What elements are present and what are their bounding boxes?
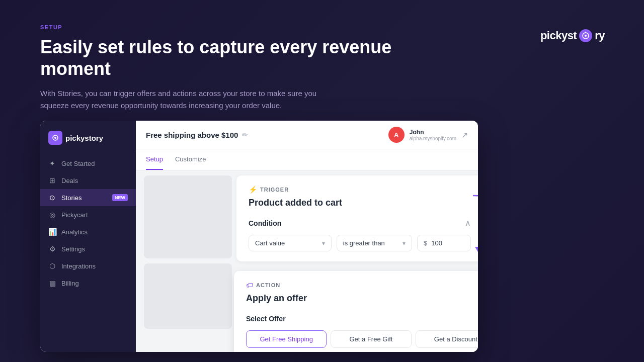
user-store: alpha.myshopify.com xyxy=(410,136,456,141)
lightning-icon: ⚡ xyxy=(249,186,257,194)
sidebar: pickystory ✦ Get Started ⊞ Deals ⊙ Stori… xyxy=(40,121,136,352)
placeholder-area-2 xyxy=(144,263,232,329)
chevron-down-icon: ▾ xyxy=(322,240,325,247)
stories-badge: NEW xyxy=(112,194,128,201)
trigger-label: TRIGGER xyxy=(260,187,289,193)
stories-icon: ⊙ xyxy=(48,194,56,202)
value-field[interactable]: $ 100 xyxy=(417,235,471,251)
integrations-icon: ⬡ xyxy=(48,262,56,270)
billing-icon: ▤ xyxy=(48,279,56,287)
sidebar-item-integrations[interactable]: ⬡ Integrations xyxy=(40,257,136,275)
trigger-card: ⚡ TRIGGER Product added to cart Conditio… xyxy=(236,175,478,261)
sidebar-item-stories[interactable]: ⊙ Stories NEW xyxy=(40,189,136,206)
page-title-bar: Free shipping above $100 ✏ xyxy=(146,131,248,139)
sidebar-logo-text: pickystory xyxy=(65,134,103,142)
action-section-header: 🏷 ACTION xyxy=(246,281,478,289)
cart-value-select[interactable]: Cart value ▾ xyxy=(249,235,332,251)
tabs-bar: Setup Customize xyxy=(136,149,478,170)
dollar-sign: $ xyxy=(424,239,427,247)
action-card: 🏷 ACTION Apply an offer Select Offer ∧ G… xyxy=(234,271,478,352)
svg-point-4 xyxy=(54,137,56,139)
user-avatar: A xyxy=(388,127,405,143)
settings-icon: ⚙ xyxy=(48,245,56,253)
edit-icon[interactable]: ✏ xyxy=(242,131,248,139)
pickycart-icon: ◎ xyxy=(48,211,56,219)
operator-select[interactable]: is greater than ▾ xyxy=(337,235,412,251)
cart-value-label: Cart value xyxy=(255,239,285,247)
get-free-shipping-button[interactable]: Get Free Shipping xyxy=(246,330,327,348)
condition-label: Condition xyxy=(249,219,281,227)
get-free-gift-button[interactable]: Get a Free Gift xyxy=(331,330,411,348)
page-title: Free shipping above $100 xyxy=(146,131,238,139)
sidebar-item-label: Deals xyxy=(61,177,78,185)
sidebar-item-pickycart[interactable]: ◎ Pickycart xyxy=(40,206,136,223)
user-info: John alpha.myshopify.com xyxy=(410,129,456,141)
operator-label: is greater than xyxy=(343,239,385,247)
condition-header: Condition ∧ xyxy=(249,218,471,228)
get-started-icon: ✦ xyxy=(48,159,56,167)
main-content: Free shipping above $100 ✏ A John alpha.… xyxy=(136,121,478,352)
sidebar-item-label: Get Started xyxy=(61,160,95,167)
sidebar-item-deals[interactable]: ⊞ Deals xyxy=(40,172,136,189)
sub-text: With Stories, you can trigger offers and… xyxy=(40,87,342,112)
action-label: ACTION xyxy=(256,282,280,288)
svg-marker-5 xyxy=(475,247,478,252)
sidebar-item-label: Stories xyxy=(61,194,82,202)
app-window: pickystory ✦ Get Started ⊞ Deals ⊙ Stori… xyxy=(40,121,478,352)
sidebar-item-label: Integrations xyxy=(61,262,96,270)
get-discount-button[interactable]: Get a Discount xyxy=(416,330,478,348)
trigger-section-header: ⚡ TRIGGER xyxy=(249,186,471,194)
brand-logo: pickyst ry xyxy=(540,29,605,42)
trigger-title: Product added to cart xyxy=(249,198,471,208)
condition-row: Cart value ▾ is greater than ▾ $ 100 xyxy=(249,235,471,251)
logo-text-part2: ry xyxy=(595,29,605,42)
analytics-icon: 📊 xyxy=(48,228,56,236)
setup-label: SETUP xyxy=(40,24,604,30)
sidebar-logo-icon xyxy=(48,131,62,145)
top-section: SETUP Easily set rules to capture every … xyxy=(40,24,604,112)
tab-customize[interactable]: Customize xyxy=(175,149,206,170)
select-offer-label: Select Offer xyxy=(246,315,286,323)
sidebar-item-label: Pickycart xyxy=(61,211,88,219)
user-area: A John alpha.myshopify.com ↗ xyxy=(388,127,468,143)
sidebar-item-settings[interactable]: ⚙ Settings xyxy=(40,240,136,257)
sidebar-logo: pickystory xyxy=(40,131,136,155)
action-title: Apply an offer xyxy=(246,293,478,304)
main-heading: Easily set rules to capture every revenu… xyxy=(40,36,392,79)
offer-buttons: Get Free Shipping Get a Free Gift Get a … xyxy=(246,330,478,348)
logo-text-part1: pickyst xyxy=(540,29,577,42)
sidebar-item-label: Settings xyxy=(61,245,85,253)
logout-icon[interactable]: ↗ xyxy=(461,130,468,140)
chevron-down-icon-2: ▾ xyxy=(403,240,406,247)
sidebar-item-label: Billing xyxy=(61,280,79,287)
user-name: John xyxy=(410,129,456,136)
logo-icon-circle xyxy=(579,29,592,42)
sidebar-item-label: Analytics xyxy=(61,228,88,236)
content-body: ⚡ TRIGGER Product added to cart Conditio… xyxy=(136,170,478,352)
tab-setup[interactable]: Setup xyxy=(146,149,163,170)
tag-icon: 🏷 xyxy=(246,281,253,289)
deals-icon: ⊞ xyxy=(48,176,56,185)
select-offer-header: Select Offer ∧ xyxy=(246,314,478,323)
sidebar-item-analytics[interactable]: 📊 Analytics xyxy=(40,223,136,240)
value-number: 100 xyxy=(431,239,442,247)
sidebar-item-billing[interactable]: ▤ Billing xyxy=(40,275,136,292)
arrow-connector xyxy=(468,186,478,256)
placeholder-area xyxy=(144,175,232,258)
svg-point-1 xyxy=(585,35,587,37)
sidebar-item-get-started[interactable]: ✦ Get Started xyxy=(40,155,136,172)
top-bar: Free shipping above $100 ✏ A John alpha.… xyxy=(136,121,478,149)
